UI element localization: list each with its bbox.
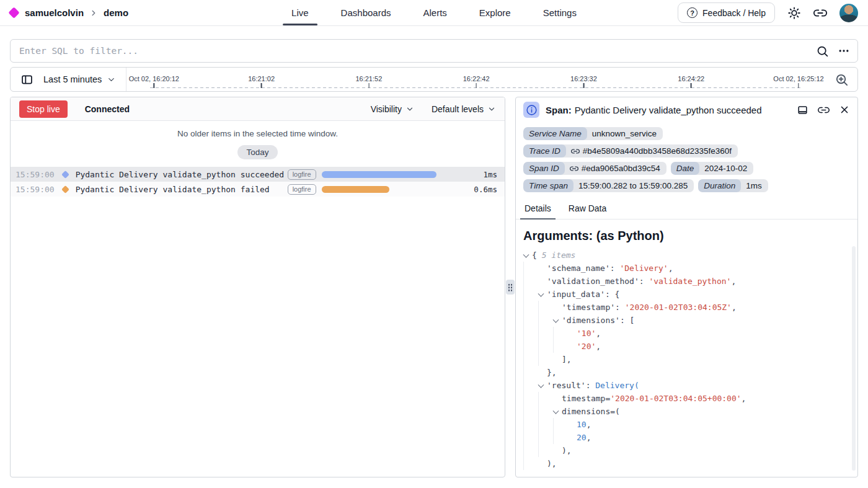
date-chip: Today: [237, 145, 277, 159]
span-title: Span:Pydantic Delivery validate_python s…: [546, 105, 762, 115]
attribute-pill-time-span[interactable]: Time span 15:59:00.282 to 15:59:00.285: [523, 179, 694, 192]
chevron-down-icon: [405, 105, 414, 113]
main-nav: Live Dashboards Alerts Explore Settings: [291, 0, 577, 25]
theme-toggle-button[interactable]: [787, 6, 801, 20]
breadcrumb-project[interactable]: demo: [104, 7, 128, 18]
nav-tab-alerts[interactable]: Alerts: [423, 0, 447, 25]
visibility-dropdown[interactable]: Visibility: [371, 104, 414, 114]
resize-grip[interactable]: [506, 280, 515, 295]
indent-guide: [538, 353, 553, 366]
indent-guide: [523, 301, 538, 314]
breadcrumb-org[interactable]: samuelcolvin: [25, 7, 84, 18]
attribute-pill-trace-id[interactable]: Trace ID #b4e5809a440dbb3458e68d2335fe36…: [523, 144, 738, 157]
indent-guide: [538, 431, 553, 444]
time-range-select[interactable]: Last 5 minutes: [43, 74, 116, 84]
logfire-logo-icon[interactable]: [8, 7, 19, 18]
code-token: '20': [577, 342, 596, 351]
collapse-caret-icon[interactable]: [553, 314, 562, 327]
copy-link-icon[interactable]: [818, 104, 830, 116]
collapse-caret-icon[interactable]: [523, 249, 532, 262]
code-line: 10,: [523, 418, 850, 431]
nav-tab-live[interactable]: Live: [291, 0, 309, 25]
timeline-tick-label: 16:23:32: [570, 75, 597, 82]
duration-value: 1ms: [467, 170, 497, 179]
timeline-tick: 16:21:02: [248, 75, 275, 88]
scrollbar[interactable]: [852, 246, 856, 471]
collapse-caret-icon[interactable]: [553, 405, 562, 418]
code-token: dimensions=(: [562, 407, 620, 416]
caret-spacer: [568, 431, 577, 444]
scope-tag: logfire: [288, 184, 316, 195]
link-icon: [570, 164, 578, 173]
stop-live-button[interactable]: Stop live: [19, 100, 68, 118]
attribute-label: Service Name: [523, 127, 587, 140]
nav-tab-settings[interactable]: Settings: [543, 0, 577, 25]
attribute-label: Date: [671, 162, 700, 175]
log-row[interactable]: 15:59:00 Pydantic Delivery validate_pyth…: [11, 182, 505, 197]
breadcrumb: samuelcolvin demo: [10, 7, 128, 18]
zoom-in-icon[interactable]: [826, 73, 857, 87]
code-token: 'schema_name': [547, 264, 610, 273]
duration-bar-track: [322, 171, 460, 178]
code-line: '10',: [523, 327, 850, 340]
feedback-help-button[interactable]: ? Feedback / Help: [678, 2, 775, 23]
code-line: ),: [523, 457, 850, 470]
timeline[interactable]: Oct 02, 16:20:12 16:21:02 16:21:52 16:22…: [133, 68, 820, 91]
chevron-right-icon: [89, 9, 98, 17]
indent-guide: [523, 379, 538, 392]
caret-spacer: [538, 457, 547, 470]
code-token: 10: [577, 420, 587, 429]
code-token: ,: [668, 264, 673, 273]
code-token: 'validate_python': [649, 277, 731, 286]
code-line: 'result': Delivery(: [523, 379, 850, 392]
timeline-tick-mark: [368, 83, 370, 88]
attribute-value-wrap: 1ms: [741, 179, 768, 192]
attribute-pill-span-id[interactable]: Span ID #eda9065a0bd39c54: [523, 162, 666, 175]
dock-panel-icon[interactable]: [797, 104, 808, 116]
code-line: '20',: [523, 340, 850, 353]
feedback-help-label: Feedback / Help: [702, 8, 766, 18]
nav-tab-label: Dashboards: [341, 7, 391, 18]
timeline-tick-label: Oct 02, 16:20:12: [129, 75, 179, 82]
chevron-down-icon: [487, 105, 496, 113]
collapse-caret-icon[interactable]: [538, 379, 547, 392]
search-icon[interactable]: [816, 45, 829, 58]
indent-guide: [523, 444, 538, 457]
indent-guide: [523, 353, 538, 366]
attribute-pill-date[interactable]: Date 2024-10-02: [671, 162, 754, 175]
timeline-tick-label: 16:21:52: [355, 75, 382, 82]
code-token: ,: [732, 303, 737, 312]
attribute-pill-service-name[interactable]: Service Name unknown_service: [523, 127, 663, 140]
indent-guide: [553, 418, 568, 431]
log-row[interactable]: 15:59:00 Pydantic Delivery validate_pyth…: [11, 167, 505, 182]
info-icon: [523, 102, 539, 118]
close-icon[interactable]: [839, 104, 850, 115]
nav-tab-dashboards[interactable]: Dashboards: [341, 0, 391, 25]
nav-tab-explore[interactable]: Explore: [479, 0, 511, 25]
attribute-pill-duration[interactable]: Duration 1ms: [698, 179, 768, 192]
toggle-sidebar-icon[interactable]: [20, 73, 33, 86]
timeline-tick: Oct 02, 16:20:12: [129, 75, 179, 88]
code-line: 'schema_name': 'Delivery',: [523, 262, 850, 275]
detail-tab-raw-data[interactable]: Raw Data: [569, 203, 606, 219]
user-avatar[interactable]: [839, 4, 858, 22]
detail-tab-details[interactable]: Details: [525, 203, 551, 219]
attribute-label: Trace ID: [523, 144, 566, 157]
span-kind-label: Span:: [546, 105, 572, 115]
attribute-value-wrap: 15:59:00.282 to 15:59:00.285: [574, 179, 694, 192]
link-icon: [813, 6, 827, 20]
share-link-button[interactable]: [813, 6, 827, 20]
code-token: '10': [577, 329, 596, 338]
link-icon: [571, 147, 580, 156]
timeline-tick-label: 16:24:22: [678, 75, 704, 82]
code-token: ,: [587, 433, 591, 442]
indent-guide: [538, 327, 553, 340]
visibility-label: Visibility: [371, 104, 402, 114]
code-token: ),: [547, 459, 557, 468]
more-options-icon[interactable]: [838, 45, 850, 57]
sql-filter-input[interactable]: [19, 46, 807, 56]
collapse-caret-icon[interactable]: [538, 288, 547, 301]
default-levels-dropdown[interactable]: Default levels: [432, 104, 496, 114]
code-line: dimensions=(: [523, 405, 850, 418]
nav-tab-label: Alerts: [423, 7, 447, 18]
